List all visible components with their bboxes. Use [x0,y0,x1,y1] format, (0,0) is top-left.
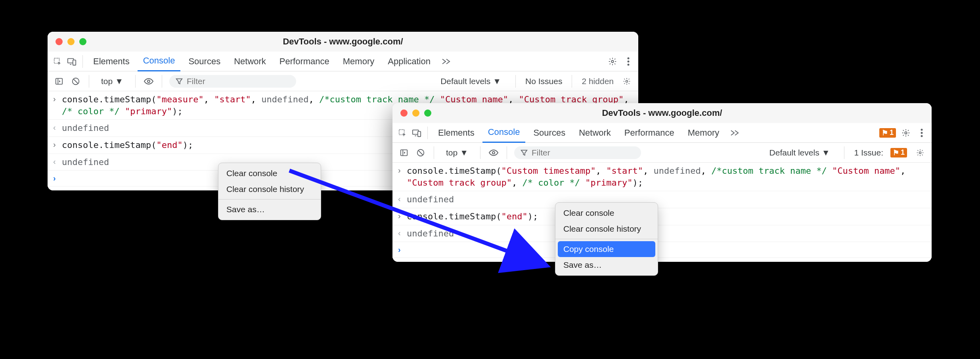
gear-icon[interactable] [607,56,618,67]
svg-point-15 [921,129,923,131]
svg-point-16 [921,132,923,134]
issue-count: 1 [901,148,905,157]
svg-point-20 [492,152,495,154]
gear-icon[interactable] [900,127,912,139]
maximize-icon[interactable] [424,109,431,117]
filter-box[interactable] [169,75,296,88]
menu-clear-history[interactable]: Clear console history [555,221,658,237]
maximize-icon[interactable] [79,38,86,45]
chevron-right-icon: › [398,244,407,255]
tab-performance[interactable]: Performance [619,123,680,143]
separator [162,75,162,88]
filter-input[interactable] [532,148,627,157]
svg-point-17 [921,135,923,137]
window-title: DevTools - www.google.com/ [48,36,638,47]
issue-badge[interactable]: ⚑1 [890,148,907,157]
hidden-count[interactable]: 2 hidden [582,77,614,86]
chevron-down-icon: ▼ [115,77,123,86]
console-prompt[interactable]: › [392,242,932,258]
log-levels[interactable]: Default levels ▼ [436,75,506,88]
svg-point-3 [611,60,614,63]
menu-clear-console[interactable]: Clear console [555,205,658,221]
separator [844,146,844,159]
menu-clear-console[interactable]: Clear console [218,165,321,181]
svg-rect-13 [418,131,421,136]
menu-save-as[interactable]: Save as… [218,202,321,217]
titlebar[interactable]: DevTools - www.google.com/ [48,32,638,52]
close-icon[interactable] [400,109,408,117]
inspect-icon[interactable] [52,56,63,67]
issues-label[interactable]: 1 Issue: [854,148,883,157]
separator [507,146,507,159]
close-icon[interactable] [56,38,63,45]
return-arrow-icon: ‹ [398,194,407,204]
window-controls [56,38,86,45]
tab-network[interactable]: Network [228,52,272,71]
separator [434,146,434,159]
minimize-icon[interactable] [67,38,75,45]
gear-icon[interactable] [621,75,633,87]
context-menu: Clear console Clear console history Copy… [555,202,658,276]
eye-icon[interactable] [488,147,500,159]
tab-application[interactable]: Application [382,52,436,71]
menu-save-as[interactable]: Save as… [555,257,658,273]
console-output-row: ‹ undefined [392,191,932,208]
tab-elements[interactable]: Elements [433,123,480,143]
log-levels[interactable]: Default levels ▼ [765,146,835,159]
tab-memory[interactable]: Memory [682,123,725,143]
inspect-icon[interactable] [396,127,408,139]
sidebar-toggle-icon[interactable] [398,147,410,159]
separator [135,75,136,88]
console-code: console.timeStamp("end"); [407,211,926,223]
more-tabs-icon[interactable] [727,130,743,136]
clear-console-icon[interactable] [415,147,427,159]
console-output-row: ‹ undefined [392,225,932,242]
filter-box[interactable] [514,146,641,159]
svg-point-21 [919,152,921,154]
minimize-icon[interactable] [412,109,419,117]
funnel-icon [521,149,528,156]
tab-memory[interactable]: Memory [337,52,380,71]
issue-count: 1 [890,129,894,137]
issue-badge[interactable]: ⚑1 [879,128,896,138]
eye-icon[interactable] [143,75,155,87]
separator [89,75,89,88]
menu-clear-history[interactable]: Clear console history [218,181,321,197]
titlebar[interactable]: DevTools - www.google.com/ [392,103,932,123]
issues-label[interactable]: No Issues [525,77,562,86]
funnel-icon [176,78,183,85]
window-title: DevTools - www.google.com/ [392,108,932,118]
context-selector[interactable]: top ▼ [96,75,128,88]
tab-sources[interactable]: Sources [183,52,226,71]
sidebar-toggle-icon[interactable] [53,75,65,87]
return-arrow-icon: ‹ [53,156,62,167]
device-toggle-icon[interactable] [66,56,78,67]
svg-point-4 [628,57,630,59]
console-body: › console.timeStamp("Custom timestamp", … [392,163,932,262]
kebab-icon[interactable] [916,127,928,139]
console-input-row[interactable]: › console.timeStamp("end"); [392,208,932,225]
svg-point-5 [628,60,630,62]
tab-sources[interactable]: Sources [528,123,571,143]
separator [572,75,572,88]
context-selector[interactable]: top ▼ [441,146,473,159]
tab-console[interactable]: Console [138,52,181,71]
return-arrow-icon: ‹ [398,228,407,238]
filter-input[interactable] [187,77,282,86]
chevron-down-icon: ▼ [822,148,830,157]
svg-point-9 [147,80,150,83]
console-input-row[interactable]: › console.timeStamp("Custom timestamp", … [392,163,932,191]
svg-point-14 [905,132,907,134]
clear-console-icon[interactable] [70,75,82,87]
tab-elements[interactable]: Elements [88,52,135,71]
separator [480,146,480,159]
tab-network[interactable]: Network [573,123,616,143]
gear-icon[interactable] [914,147,926,159]
kebab-icon[interactable] [622,56,634,67]
tab-performance[interactable]: Performance [274,52,335,71]
more-tabs-icon[interactable] [438,58,454,65]
device-toggle-icon[interactable] [411,127,423,139]
menu-copy-console[interactable]: Copy console [558,241,655,257]
tab-console[interactable]: Console [482,123,526,143]
chevron-right-icon: › [53,173,62,184]
